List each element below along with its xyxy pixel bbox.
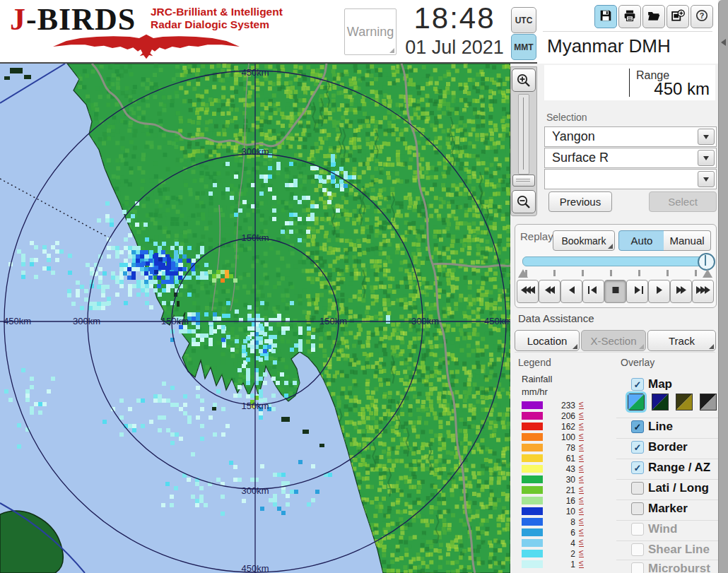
checkbox[interactable]: ✓ xyxy=(631,441,644,454)
auto-button[interactable]: Auto xyxy=(618,230,665,251)
dropdown-product[interactable]: Surface R xyxy=(544,148,717,168)
dropdown-site[interactable]: Yangon xyxy=(544,126,717,147)
dropdown-arrow-button[interactable] xyxy=(698,129,715,145)
checkbox[interactable]: ✓ xyxy=(631,461,644,474)
save-button[interactable] xyxy=(594,5,617,28)
zoom-in-button[interactable] xyxy=(512,69,536,92)
ring-label: 450km xyxy=(484,316,510,326)
dropdown-option[interactable] xyxy=(544,169,717,189)
map-zoom-control xyxy=(510,66,537,216)
overlay-item-label: Shear Line xyxy=(648,543,710,557)
lte-symbol: ≤ xyxy=(579,410,584,420)
menu-corner-icon xyxy=(639,344,644,349)
legend-value: 21 xyxy=(539,485,575,495)
manual-label: Manual xyxy=(669,235,704,247)
legend-value: 162 xyxy=(539,422,575,432)
x-section-button[interactable]: X-Section xyxy=(581,330,646,351)
legend-row: 16≤ xyxy=(510,497,616,504)
map-style-swatch-navy-darkgreen[interactable] xyxy=(652,394,669,410)
overlay-item-label: Map xyxy=(648,377,672,391)
slider-tick xyxy=(553,270,556,276)
range-box: Range 450 km xyxy=(544,65,715,100)
legend-row: 8≤ xyxy=(510,518,616,526)
panel-collapse-strip[interactable] xyxy=(718,0,728,573)
map-style-swatch-black-gray[interactable] xyxy=(700,394,717,410)
previous-button[interactable]: Previous xyxy=(548,191,612,212)
lte-symbol: ≤ xyxy=(579,516,584,526)
overlay-item-line: ✓Line xyxy=(616,418,718,435)
ring-label: 450km xyxy=(241,563,269,573)
folder-button[interactable] xyxy=(642,5,665,28)
lte-symbol: ≤ xyxy=(579,474,584,483)
mmt-button[interactable]: MMT xyxy=(511,34,536,60)
single-right-playback-button[interactable] xyxy=(648,280,670,303)
checkbox[interactable] xyxy=(631,502,644,515)
utc-button[interactable]: UTC xyxy=(511,7,536,33)
track-button[interactable]: Track xyxy=(647,330,716,351)
zoom-slider-handle[interactable] xyxy=(512,175,535,187)
header: J-BIRDS JRC-Brilliant & Intelligent Rada… xyxy=(0,0,537,64)
data-assistance-label: Data Assistance xyxy=(518,312,594,324)
station-title: Myanmar DMH xyxy=(547,35,671,57)
zoom-out-button[interactable] xyxy=(512,190,536,213)
double-left-playback-button[interactable] xyxy=(539,280,560,303)
overlay-item-label: Range / AZ xyxy=(648,461,710,475)
legend-label: Legend xyxy=(518,357,551,368)
replay-slider-track[interactable] xyxy=(522,256,709,266)
double-left-icon xyxy=(542,285,558,298)
checkbox[interactable] xyxy=(631,482,644,495)
map-style-swatch-olive-gold[interactable] xyxy=(676,394,693,410)
legend-row: 30≤ xyxy=(510,475,616,483)
slider-end-marker-icon xyxy=(518,269,528,278)
legend-row: 43≤ xyxy=(510,465,616,473)
stop-playback-button[interactable] xyxy=(604,280,626,303)
manual-button[interactable]: Manual xyxy=(664,230,711,251)
overlay-item-map: ✓Map xyxy=(616,376,718,393)
triple-right-playback-button[interactable] xyxy=(692,280,714,303)
bar-right-icon xyxy=(630,285,645,298)
divider xyxy=(515,352,715,353)
legend-row: 162≤ xyxy=(510,423,616,430)
ring-label: 150km xyxy=(241,401,269,411)
logo-tagline: JRC-Brilliant & Intelligent Radar Dialog… xyxy=(151,6,283,31)
chevron-down-icon xyxy=(703,135,709,139)
divider xyxy=(543,31,712,32)
replay-label: Replay xyxy=(520,230,553,242)
dropdown-arrow-button[interactable] xyxy=(698,171,715,187)
range-value: 450 km xyxy=(654,79,710,99)
jbirds-logo: J-BIRDS JRC-Brilliant & Intelligent Rada… xyxy=(6,0,288,62)
print-button[interactable] xyxy=(618,5,641,28)
bar-right-playback-button[interactable] xyxy=(626,280,648,303)
zoom-slider-track[interactable] xyxy=(518,94,529,175)
single-left-playback-button[interactable] xyxy=(560,280,582,303)
button-label: Location xyxy=(527,335,568,347)
help-button[interactable]: ? xyxy=(691,5,713,28)
ring-label: 150km xyxy=(241,232,269,243)
map-style-swatch-blue-green[interactable] xyxy=(628,394,645,410)
checkbox[interactable]: ✓ xyxy=(631,420,644,433)
overlay-item-label: Marker xyxy=(648,502,688,516)
checkbox[interactable]: ✓ xyxy=(631,378,644,391)
radar-map[interactable]: 450km300km150km150km300km450km450km300km… xyxy=(0,64,510,573)
triple-left-playback-button[interactable] xyxy=(517,280,539,303)
utc-label: UTC xyxy=(515,16,533,25)
jbirds-app: J-BIRDS JRC-Brilliant & Intelligent Rada… xyxy=(0,0,728,573)
double-right-playback-button[interactable] xyxy=(670,280,692,303)
overlay-item-lati-long: Lati / Long xyxy=(616,479,718,497)
checkbox xyxy=(631,543,644,556)
location-button[interactable]: Location xyxy=(515,330,580,351)
clock-time: 18:48 xyxy=(401,1,507,35)
lte-symbol: ≤ xyxy=(579,506,584,515)
add-image-icon xyxy=(671,9,685,25)
warning-button[interactable]: Warning xyxy=(344,8,397,55)
legend-row: 6≤ xyxy=(510,528,616,536)
select-button[interactable]: Select xyxy=(649,191,717,212)
button-label: Track xyxy=(669,335,695,347)
dropdown-arrow-button[interactable] xyxy=(698,150,715,166)
single-left-icon xyxy=(564,285,580,298)
ring-label: 450km xyxy=(241,67,269,78)
add-image-button[interactable] xyxy=(667,5,689,28)
bar-left-playback-button[interactable] xyxy=(582,280,604,303)
overlay-item-wind: Wind xyxy=(616,520,718,538)
bookmark-button[interactable]: Bookmark xyxy=(553,230,615,251)
